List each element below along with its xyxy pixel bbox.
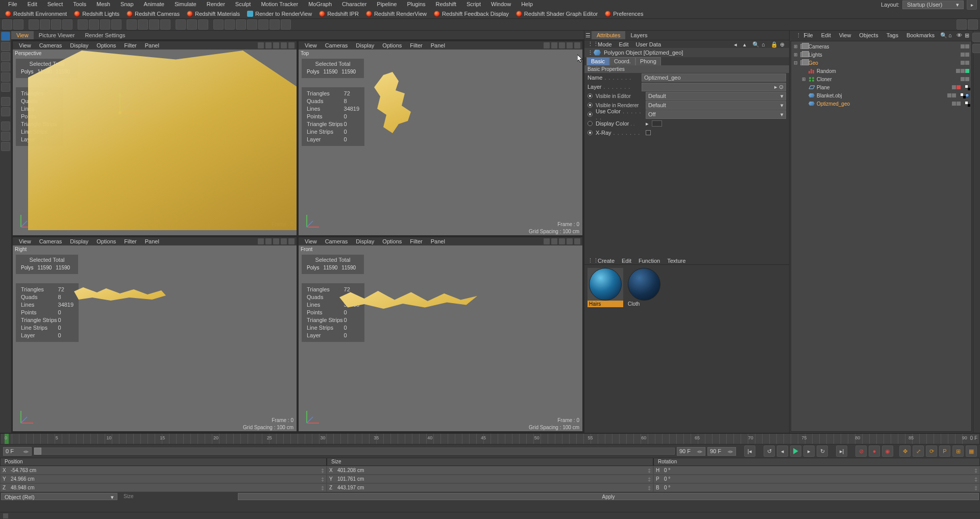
vpmenu-panel[interactable]: Panel [427,238,449,244]
vpmenu-filter[interactable]: Filter [406,42,426,48]
pos-key-button[interactable]: ✥ [899,446,911,457]
phong-tag-icon[interactable] [965,85,969,89]
viewport-top[interactable]: ViewCamerasDisplayOptionsFilterPanelTopS… [298,41,583,236]
end-frame-field[interactable]: 90 F◂▸ [707,447,736,456]
layer-field[interactable]: ▸ ⊙ [642,83,786,91]
edge-btn[interactable] [972,44,981,53]
spinner-icon[interactable]: ‡ [321,476,324,482]
coord-r-x[interactable]: H0 °‡ [653,466,980,475]
om-row-cameras[interactable]: ⊞Cameras [791,42,971,51]
attr-toggle[interactable] [957,19,967,30]
edge-btn[interactable] [972,33,981,42]
menu-sculpt[interactable]: Sculpt [230,0,256,9]
vpmenu-panel[interactable]: Panel [427,42,449,48]
play-button[interactable] [790,446,801,457]
expand-icon[interactable]: ⊟ [793,60,798,65]
environment-button[interactable] [258,19,268,30]
rs-redshift-feedback-display[interactable]: Redshift Feedback Display [431,10,512,18]
spinner-icon[interactable]: ‡ [974,467,977,474]
spinner-icon[interactable]: ‡ [648,467,651,474]
prev-key-button[interactable]: ↺ [764,446,775,457]
viewport-right[interactable]: ViewCamerasDisplayOptionsFilterPanelRigh… [12,237,297,432]
vpmenu-cameras[interactable]: Cameras [35,238,66,244]
vptab-view[interactable]: View [11,31,34,39]
rs-redshift-materials[interactable]: Redshift Materials [184,10,243,18]
viewport-front[interactable]: ViewCamerasDisplayOptionsFilterPanelFron… [298,237,583,432]
render-region-button[interactable] [187,19,197,30]
phong-tag-icon[interactable] [965,102,969,106]
expand-icon[interactable]: ⊞ [793,44,798,49]
layout-next-icon[interactable]: ▸ [967,0,977,10]
attr-tab-layers[interactable]: Layers [625,31,652,39]
tags[interactable] [961,93,969,97]
scale-key-button[interactable]: ⤢ [913,446,924,457]
menu-tools[interactable]: Tools [68,0,91,9]
coord-p-z[interactable]: Z48.948 cm‡ [0,483,327,492]
om-row-random[interactable]: Random [791,67,971,75]
vp-nav-icon[interactable] [544,42,550,48]
vpmenu-view[interactable]: View [301,238,321,244]
range-end-field[interactable]: 90 F◂▸ [677,447,705,456]
om-menu-edit[interactable]: Edit [817,32,835,39]
lock-z-button[interactable] [149,19,159,30]
snap[interactable] [1,132,10,141]
camera-button[interactable] [270,19,280,30]
light-button[interactable] [281,19,291,30]
vp-nav-icon[interactable] [567,238,573,244]
attr-nav-icon[interactable]: ⊕ [780,41,786,47]
om-menu-tags[interactable]: Tags [883,32,902,39]
menu-edit[interactable]: Edit [22,0,42,9]
coord-s-x[interactable]: X401.208 cm‡ [327,466,653,475]
attr-nav-icon[interactable]: ⌂ [762,41,768,47]
soft-select[interactable] [1,142,10,151]
material-cloth[interactable]: Cloth [626,268,662,307]
goto-end-button[interactable]: ▸| [836,446,847,457]
mat-menu-texture[interactable]: Texture [667,258,685,264]
poly-select-button[interactable] [62,19,72,30]
pla-key-button[interactable]: ⊞ [952,446,964,457]
vpmenu-cameras[interactable]: Cameras [321,238,352,244]
visibility-dots[interactable] [952,102,961,106]
vp-nav-icon[interactable] [265,42,272,48]
spline-primitive-button[interactable] [225,19,235,30]
record-button[interactable]: ⊘ [855,446,867,457]
menu-select[interactable]: Select [42,0,68,9]
vptab-picture-viewer[interactable]: Picture Viewer [34,31,80,39]
visibility-dots[interactable] [961,44,969,48]
visibility-dots[interactable] [952,85,961,89]
workplane-mode[interactable] [1,52,10,61]
vpmenu-options[interactable]: Options [92,238,120,244]
vrend-radio[interactable] [587,103,593,108]
coord-s-y[interactable]: Y101.761 cm‡ [327,475,653,483]
rs-redshift-lights[interactable]: Redshift Lights [71,10,122,18]
spinner-icon[interactable]: ‡ [974,485,977,491]
coord-system-button[interactable] [160,19,170,30]
next-key-button[interactable]: ↻ [817,446,828,457]
coord-mode-dropdown[interactable]: Object (Rel)▾ [1,493,117,500]
vpmenu-panel[interactable]: Panel [141,42,163,48]
vpmenu-options[interactable]: Options [378,42,406,48]
vp-nav-icon[interactable] [574,42,580,48]
menu-mesh[interactable]: Mesh [91,0,115,9]
attr-sub-user-data[interactable]: User Data [636,41,662,47]
autokey-button[interactable]: ● [869,446,880,457]
om-menu-view[interactable]: View [835,32,855,39]
attr-nav-icon[interactable]: 🔍 [752,41,758,47]
menu-character[interactable]: Character [337,0,372,9]
rotate-button[interactable] [100,19,110,30]
om-menu-bookmarks[interactable]: Bookmarks [902,32,939,39]
redo-button[interactable] [13,19,23,30]
menu-plugins[interactable]: Plugins [402,0,430,9]
ucol-radio[interactable] [587,112,593,117]
xray-radio[interactable] [587,130,593,135]
vpmenu-filter[interactable]: Filter [120,42,140,48]
vpmenu-filter[interactable]: Filter [406,238,426,244]
last-tool-button[interactable] [111,19,121,30]
vpmenu-view[interactable]: View [301,42,321,48]
vrend-dropdown[interactable]: Default▾ [646,101,786,110]
attr-sub-mode[interactable]: Mode [598,41,612,47]
name-field[interactable]: Optizmed_geo [642,73,786,82]
model-mode[interactable] [1,32,10,41]
rot-key-button[interactable]: ⟳ [926,446,937,457]
coord-s-z[interactable]: Z443.197 cm‡ [327,483,653,492]
